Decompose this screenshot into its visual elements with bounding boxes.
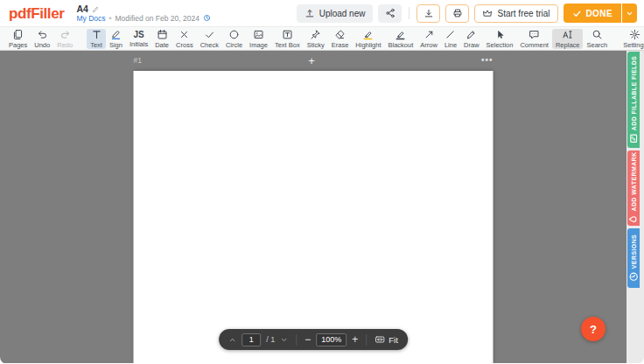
download-button[interactable]	[416, 4, 440, 23]
upload-icon	[304, 8, 315, 18]
toolbar-item-label: Search	[586, 42, 607, 49]
toolbar-item-label: Text	[90, 42, 102, 49]
toolbar-item-label: Arrow	[420, 42, 438, 49]
toolbar-item-undo[interactable]: Undo	[31, 29, 53, 49]
upload-new-button[interactable]: Upload new	[297, 4, 374, 23]
download-icon	[424, 8, 434, 18]
side-tab-fillable-fields[interactable]: ADD FILLABLE FIELDS	[627, 52, 640, 148]
textbox-icon	[282, 29, 293, 40]
check-icon	[572, 9, 582, 18]
toolbar-item-label: Highlight	[355, 42, 381, 49]
page-controls: #1 + •••	[134, 54, 494, 66]
share-button[interactable]	[378, 4, 402, 23]
side-tab-label: VERSIONS	[631, 234, 637, 269]
toolbar-item-blackout[interactable]: Blackout	[385, 29, 417, 49]
toolbar-item-label: Redo	[57, 42, 73, 49]
history-clock-icon[interactable]	[203, 14, 211, 22]
toolbar-item-label: Text Box	[275, 42, 300, 49]
redo-icon	[60, 29, 71, 40]
toolbar-item-label: Line	[444, 42, 457, 49]
check-icon	[204, 29, 215, 40]
selection-icon	[494, 29, 506, 40]
toolbar-item-line[interactable]: Line	[441, 29, 460, 49]
header-divider	[409, 7, 410, 19]
toolbar-group-history: PagesUndoRedo	[5, 27, 76, 50]
zoom-in-button[interactable]: +	[352, 334, 358, 345]
editor-toolbar: PagesUndoRedo TextSignJSInitialsDateCros…	[0, 26, 644, 51]
document-title-block: A4 My Docs • Modified on Feb 20, 2024	[76, 4, 210, 23]
toolbar-item-label: Sticky	[307, 42, 325, 49]
toolbar-item-label: Pages	[9, 42, 27, 49]
draw-icon	[466, 29, 477, 40]
chevron-down-icon	[626, 10, 634, 18]
search-icon	[592, 29, 603, 40]
edit-title-icon[interactable]	[92, 5, 100, 13]
side-tab-label: ADD FILLABLE FIELDS	[631, 56, 637, 130]
toolbar-item-pages[interactable]: Pages	[5, 29, 31, 49]
share-icon	[385, 8, 396, 18]
toolbar-item-search[interactable]: Search	[583, 29, 611, 49]
toolbar-item-redo[interactable]: Redo	[53, 29, 76, 49]
toolbar-item-settings[interactable]: Settings	[620, 29, 644, 49]
toolbar-item-cross[interactable]: Cross	[172, 29, 197, 49]
document-title: A4	[76, 4, 88, 14]
toolbar-item-highlight[interactable]: Highlight	[352, 29, 384, 49]
side-tab-versions[interactable]: VERSIONS	[627, 228, 640, 288]
replace-icon	[562, 29, 573, 40]
toolbar-item-image[interactable]: Image	[246, 29, 271, 49]
toolbar-item-draw[interactable]: Draw	[460, 29, 483, 49]
toolbar-item-selection[interactable]: Selection	[483, 29, 517, 49]
toolbar-item-text-box[interactable]: Text Box	[271, 29, 304, 49]
page-options-button[interactable]: •••	[481, 56, 494, 65]
breadcrumb-my-docs[interactable]: My Docs	[76, 15, 105, 23]
add-page-button[interactable]: +	[308, 55, 315, 66]
fit-to-width-button[interactable]: Fit	[374, 334, 398, 345]
document-page[interactable]	[134, 71, 494, 363]
toolbar-item-circle[interactable]: Circle	[222, 29, 246, 49]
toolbar-item-replace[interactable]: Replace	[552, 29, 584, 49]
toolbar-item-arrow[interactable]: Arrow	[416, 29, 441, 49]
start-free-trial-button[interactable]: Start free trial	[474, 4, 557, 23]
toolbar-item-label: Replace	[556, 42, 580, 49]
toolbar-item-label: Check	[200, 42, 219, 49]
arrow-icon	[424, 29, 435, 40]
toolbar-item-label: Blackout	[388, 42, 414, 49]
pages-icon	[12, 29, 24, 40]
pagination-zoom-bar: / 1 − 100% + Fit	[219, 329, 408, 350]
initials-icon: JS	[133, 30, 144, 40]
toolbar-item-erase[interactable]: Erase	[328, 29, 353, 49]
toolbar-item-check[interactable]: Check	[197, 29, 222, 49]
previous-page-button[interactable]	[228, 336, 236, 344]
done-dropdown-button[interactable]	[622, 4, 637, 23]
toolbar-item-text[interactable]: Text	[87, 29, 106, 49]
circle-icon	[228, 29, 240, 40]
page-number-input[interactable]	[242, 333, 261, 346]
toolbar-item-label: Circle	[226, 42, 242, 49]
toolbar-item-label: Cross	[176, 42, 193, 49]
help-button[interactable]: ?	[581, 317, 606, 341]
toolbar-item-label: Undo	[34, 42, 50, 49]
cross-icon	[178, 29, 190, 40]
settings-icon	[629, 29, 640, 40]
watermark-icon	[628, 214, 639, 225]
header-actions: Upload new Start free trial DONE	[297, 4, 637, 23]
toolbar-item-sticky[interactable]: Sticky	[304, 29, 328, 49]
page-total-label: / 1	[266, 335, 275, 344]
side-tab-watermark[interactable]: ADD WATERMARK	[627, 150, 640, 226]
zoom-out-button[interactable]: −	[304, 334, 311, 345]
breadcrumb-separator: •	[109, 15, 112, 23]
line-icon	[444, 29, 456, 40]
toolbar-item-sign[interactable]: Sign	[106, 29, 126, 49]
toolbar-item-comment[interactable]: Comment	[516, 29, 552, 49]
chevron-up-icon	[228, 336, 236, 344]
highlight-icon	[362, 29, 374, 40]
right-side-rail: ADD FILLABLE FIELDSADD WATERMARKVERSIONS	[626, 51, 644, 363]
next-page-button[interactable]	[280, 336, 288, 344]
comment-icon	[528, 29, 540, 40]
toolbar-group-tools: TextSignJSInitialsDateCrossCheckCircleIm…	[87, 27, 516, 50]
toolbar-item-initials[interactable]: JSInitials	[126, 29, 151, 49]
print-button[interactable]	[445, 4, 469, 23]
toolbar-item-label: Image	[249, 42, 268, 49]
done-button[interactable]: DONE	[564, 4, 622, 23]
toolbar-item-date[interactable]: Date	[151, 29, 172, 49]
